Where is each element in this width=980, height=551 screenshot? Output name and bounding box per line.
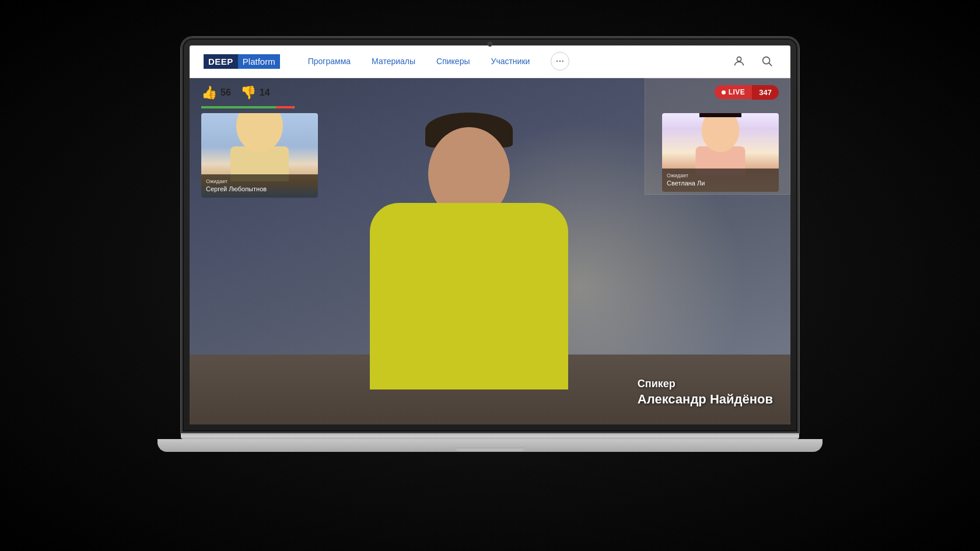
like-count: 56 <box>220 87 231 98</box>
laptop-screen-shell: DEEP Platform Программа Материалы Спикер… <box>181 37 799 433</box>
dislike-button[interactable]: 👎 14 <box>240 85 270 100</box>
card-name-right: Светлана Ли <box>667 179 774 188</box>
live-badge: LIVE <box>715 85 752 99</box>
speaker-label: Спикер Александр Найдёнов <box>638 378 773 407</box>
dislike-count: 14 <box>260 87 270 98</box>
navbar: DEEP Platform Программа Материалы Спикер… <box>190 45 790 78</box>
overlay-card-right[interactable]: Ожидает Светлана Ли <box>662 113 779 192</box>
laptop-trackpad-notch <box>455 447 525 451</box>
user-icon-button[interactable] <box>730 52 748 71</box>
nav-uchastniki[interactable]: Участники <box>491 57 530 66</box>
card-waiting-label-left: Ожидает <box>206 178 313 185</box>
dislike-progress <box>276 106 295 108</box>
nav-links: Программа Материалы Спикеры Участники ··… <box>308 52 730 71</box>
overlay-card-left[interactable]: Ожидает Сергей Любопытнов <box>201 113 318 198</box>
scene: DEEP Platform Программа Материалы Спикер… <box>0 0 980 551</box>
search-icon-button[interactable] <box>758 52 776 71</box>
logo-platform: Platform <box>238 54 280 69</box>
laptop-base <box>158 439 822 452</box>
card-label-left: Ожидает Сергей Любопытнов <box>201 174 318 198</box>
svg-point-1 <box>763 57 770 64</box>
svg-line-2 <box>769 63 772 66</box>
thumbs-down-icon: 👎 <box>240 85 256 100</box>
speaker-hoodie <box>370 203 568 389</box>
card-hair-right <box>699 113 741 117</box>
laptop-base-area <box>158 433 822 452</box>
screen-content: DEEP Platform Программа Материалы Спикер… <box>190 45 790 424</box>
nav-more-button[interactable]: ··· <box>551 52 569 71</box>
laptop-hinge <box>181 433 799 439</box>
reaction-progress-bar <box>201 106 295 108</box>
nav-programa[interactable]: Программа <box>308 57 351 66</box>
video-area: 👍 56 👎 14 <box>190 78 790 424</box>
nav-materialy[interactable]: Материалы <box>372 57 415 66</box>
svg-point-0 <box>737 57 741 61</box>
viewer-count: 347 <box>752 85 779 100</box>
live-badge-container: LIVE 347 <box>715 85 779 100</box>
like-button[interactable]: 👍 56 <box>201 85 231 100</box>
thumbs-up-icon: 👍 <box>201 85 217 100</box>
logo[interactable]: DEEP Platform <box>204 54 280 69</box>
logo-deep: DEEP <box>204 54 238 69</box>
nav-right <box>730 52 776 71</box>
card-name-left: Сергей Любопытнов <box>206 185 313 194</box>
speaker-role: Спикер <box>638 378 773 390</box>
reaction-bar: 👍 56 👎 14 <box>201 85 270 100</box>
laptop: DEEP Platform Программа Материалы Спикер… <box>158 37 822 515</box>
speaker-name: Александр Найдёнов <box>638 392 773 407</box>
like-progress <box>201 106 276 108</box>
laptop-camera <box>488 42 492 47</box>
live-dot <box>722 90 726 94</box>
nav-spikery[interactable]: Спикеры <box>436 57 470 66</box>
live-label: LIVE <box>729 88 746 96</box>
card-label-right: Ожидает Светлана Ли <box>662 169 779 192</box>
main-speaker-figure <box>364 98 574 389</box>
card-waiting-label-right: Ожидает <box>667 172 774 180</box>
